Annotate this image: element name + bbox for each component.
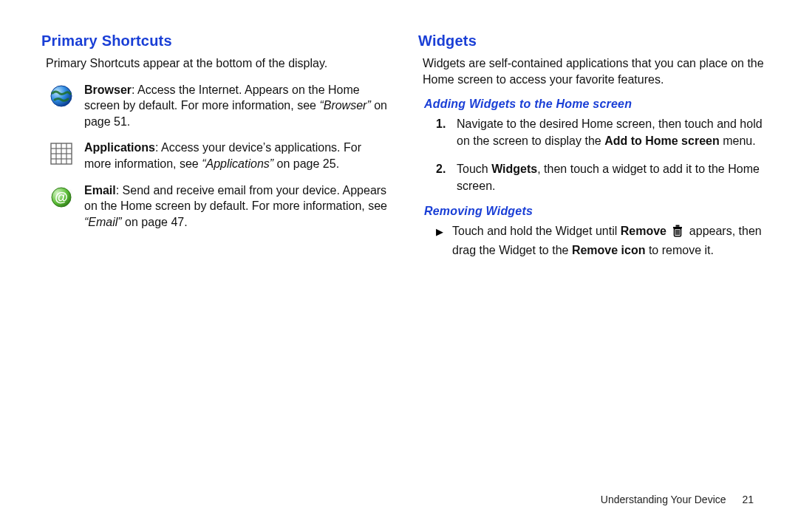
manual-page: Primary Shortcuts Primary Shortcuts appe…: [0, 0, 798, 532]
step-1-bold: Add to Home screen: [604, 134, 720, 147]
ref-email-tail: on page 47.: [122, 216, 188, 228]
shortcut-applications-text: Applications: Access your device’s appli…: [84, 140, 389, 171]
remove-post: to remove it.: [645, 244, 713, 256]
footer-section: Understanding Your Device: [601, 494, 726, 505]
remove-bold1: Remove: [621, 225, 666, 237]
footer-page-number: 21: [742, 494, 754, 505]
email-icon: @: [49, 184, 74, 209]
left-column: Primary Shortcuts Primary Shortcuts appe…: [41, 30, 389, 510]
svg-point-0: [51, 86, 72, 106]
term-applications: Applications: [84, 141, 155, 154]
ref-applications: “Applications”: [202, 157, 273, 170]
globe-icon: [49, 83, 74, 109]
removing-widgets-bullets: ▶ Touch and hold the Widget until Remove: [436, 222, 765, 259]
term-browser: Browser: [84, 83, 132, 96]
shortcut-applications: Applications: Access your device’s appli…: [49, 140, 389, 171]
ref-email: “Email”: [84, 216, 122, 228]
shortcut-browser-text: Browser: Access the Internet. Appears on…: [84, 82, 389, 130]
step-2: 2. Touch Widgets, then touch a widget to…: [436, 160, 765, 194]
ref-browser: “Browser”: [319, 99, 370, 112]
heading-adding-widgets: Adding Widgets to the Home screen: [424, 98, 765, 111]
trash-icon: [672, 224, 683, 242]
right-column: Widgets Widgets are self-contained appli…: [418, 30, 765, 510]
bullet-marker: ▶: [436, 222, 443, 259]
shortcut-browser: Browser: Access the Internet. Appears on…: [49, 82, 389, 130]
term-email: Email: [84, 184, 116, 197]
step-1-post: menu.: [720, 134, 756, 147]
remove-bold2: Remove icon: [572, 244, 646, 256]
shortcut-email: @ Email: Send and receive email from you…: [49, 183, 389, 231]
step-1-text: Navigate to the desired Home screen, the…: [457, 115, 765, 149]
step-1: 1. Navigate to the desired Home screen, …: [436, 115, 765, 149]
heading-widgets: Widgets: [418, 33, 765, 50]
step-1-number: 1.: [436, 115, 449, 149]
desc-email: : Send and receive email from your devic…: [84, 184, 387, 213]
remove-pre: Touch and hold the Widget until: [452, 225, 621, 237]
primary-shortcuts-intro: Primary Shortcuts appear at the bottom o…: [46, 55, 389, 72]
ref-applications-tail: on page 25.: [273, 157, 339, 170]
svg-text:@: @: [55, 190, 68, 205]
heading-removing-widgets: Removing Widgets: [424, 205, 765, 218]
step-2-text: Touch Widgets, then touch a widget to ad…: [457, 160, 765, 194]
removing-bullet-text: Touch and hold the Widget until Remove a…: [452, 222, 765, 259]
shortcut-email-text: Email: Send and receive email from your …: [84, 183, 389, 231]
svg-rect-11: [676, 225, 680, 226]
adding-widgets-steps: 1. Navigate to the desired Home screen, …: [436, 115, 765, 194]
grid-icon: [49, 141, 74, 166]
removing-bullet: ▶ Touch and hold the Widget until Remove: [436, 222, 765, 259]
step-2-number: 2.: [436, 160, 449, 194]
page-footer: Understanding Your Device 21: [601, 494, 754, 505]
widgets-intro: Widgets are self-contained applications …: [423, 55, 765, 87]
step-2-pre: Touch: [457, 163, 491, 175]
step-2-bold: Widgets: [491, 163, 537, 175]
shortcut-list: Browser: Access the Internet. Appears on…: [49, 82, 389, 231]
heading-primary-shortcuts: Primary Shortcuts: [41, 33, 389, 50]
